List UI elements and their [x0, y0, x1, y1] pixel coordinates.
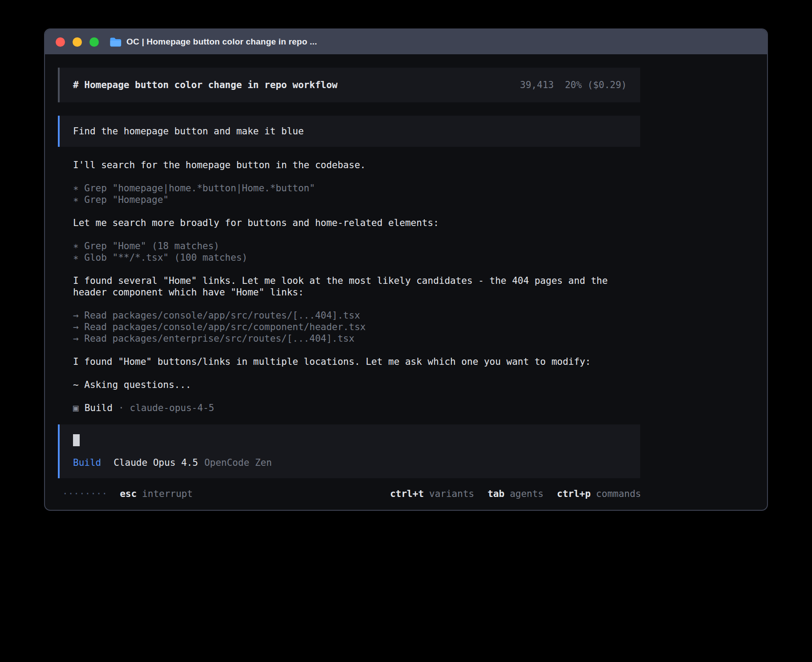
prompt-input[interactable]: Build Claude Opus 4.5 OpenCode Zen — [58, 424, 640, 478]
session-title: # Homepage button color change in repo w… — [73, 79, 337, 91]
hint-label: agents — [510, 488, 544, 500]
assistant-text: I found several "Home" links. Let me loo… — [73, 275, 640, 298]
hint-key: tab — [487, 488, 504, 500]
conversation: I'll search for the homepage button in t… — [58, 159, 640, 414]
titlebar[interactable]: OC | Homepage button color change in rep… — [45, 29, 767, 54]
assistant-status-text: ~ Asking questions... — [73, 379, 640, 391]
window-title: OC | Homepage button color change in rep… — [126, 37, 317, 47]
text-cursor — [73, 434, 80, 446]
close-button[interactable] — [56, 37, 65, 47]
user-message-text: Find the homepage button and make it blu… — [73, 125, 627, 137]
session-stats: 39,413 20% ($0.29) — [520, 79, 627, 91]
esc-key-label: interrupt — [142, 488, 193, 500]
tool-calls: ∗ Grep "homepage|home.*button|Home.*butt… — [73, 182, 640, 206]
tool-call-read: → Read packages/console/app/src/componen… — [73, 321, 640, 333]
tool-calls: ∗ Grep "Home" (18 matches) ∗ Glob "**/*.… — [73, 240, 640, 263]
tool-call-grep: ∗ Grep "Home" (18 matches) — [73, 240, 640, 252]
provider-label: OpenCode Zen — [204, 457, 272, 468]
tool-call-grep: ∗ Grep "homepage|home.*button|Home.*butt… — [73, 182, 640, 194]
status-bar: ········ esc interrupt ctrl+t variants t… — [58, 488, 641, 500]
zoom-button[interactable] — [89, 37, 99, 47]
context-usage: 20% ($0.29) — [565, 79, 627, 91]
hint-commands: ctrl+p commands — [557, 488, 641, 500]
input-footer: Build Claude Opus 4.5 OpenCode Zen — [73, 457, 627, 468]
assistant-text: Let me search more broadly for buttons a… — [73, 217, 640, 229]
hint-key: ctrl+p — [557, 488, 591, 500]
folder-icon — [110, 37, 122, 47]
status-left: ········ esc interrupt — [62, 488, 193, 500]
hint-label: commands — [596, 488, 641, 500]
title-group: OC | Homepage button color change in rep… — [110, 37, 317, 47]
mode-label: Build — [73, 457, 101, 468]
tool-call-read: → Read packages/console/app/src/routes/[… — [73, 310, 640, 321]
terminal-window: OC | Homepage button color change in rep… — [44, 28, 768, 511]
agent-model: claude-opus-4-5 — [130, 402, 215, 414]
hint-label: variants — [429, 488, 474, 500]
agent-status-line: ▣ Build · claude-opus-4-5 — [73, 402, 640, 414]
hint-key: ctrl+t — [390, 488, 424, 500]
assistant-text: I found "Home" buttons/links in multiple… — [73, 356, 640, 367]
hint-agents: tab agents — [487, 488, 544, 500]
dot-separator: · — [118, 402, 124, 414]
traffic-lights — [56, 37, 99, 47]
status-right: ctrl+t variants tab agents ctrl+p comman… — [390, 488, 641, 500]
session-header: # Homepage button color change in repo w… — [58, 68, 640, 102]
user-message: Find the homepage button and make it blu… — [58, 116, 640, 147]
assistant-text: I'll search for the homepage button in t… — [73, 159, 640, 171]
minimize-button[interactable] — [73, 37, 82, 47]
agent-name: Build — [85, 402, 113, 414]
esc-key-hint: esc — [120, 488, 137, 500]
terminal-content: # Homepage button color change in repo w… — [45, 54, 767, 500]
token-count: 39,413 — [520, 79, 554, 91]
tool-call-glob: ∗ Glob "**/*.tsx" (100 matches) — [73, 252, 640, 263]
hint-variants: ctrl+t variants — [390, 488, 474, 500]
tool-calls: → Read packages/console/app/src/routes/[… — [73, 310, 640, 344]
tool-call-grep: ∗ Grep "Homepage" — [73, 194, 640, 206]
agent-icon: ▣ — [73, 402, 79, 414]
tool-call-read: → Read packages/enterprise/src/routes/[.… — [73, 333, 640, 344]
spinner-dots: ········ — [62, 488, 107, 500]
model-label: Claude Opus 4.5 — [114, 457, 198, 468]
